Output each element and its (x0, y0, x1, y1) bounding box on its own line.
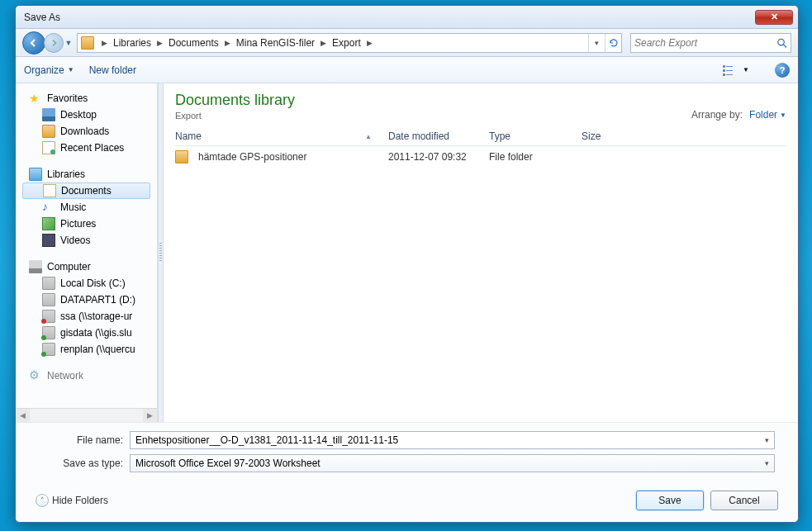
filename-history-dropdown[interactable]: ▾ (760, 433, 773, 448)
new-folder-button[interactable]: New folder (89, 64, 136, 76)
file-row[interactable]: hämtade GPS-positioner 2011-12-07 09:32 … (175, 146, 786, 168)
filename-label: File name: (39, 434, 130, 446)
favorites-group: ★ Favorites Desktop Downloads Recent Pla… (22, 90, 157, 156)
network-drive-icon (42, 310, 55, 323)
address-bar[interactable]: ▶ Libraries ▶ Documents ▶ Mina RenGIS-fi… (77, 33, 622, 53)
recent-locations-dropdown[interactable]: ▼ (64, 35, 74, 51)
sidebar-item-netdrive-ssa[interactable]: ssa (\\storage-ur (22, 308, 157, 325)
sidebar-item-recent-places[interactable]: Recent Places (22, 140, 157, 156)
breadcrumb-item[interactable]: Libraries (112, 37, 153, 49)
pane-splitter[interactable] (158, 83, 164, 422)
back-button[interactable] (22, 31, 45, 55)
arrange-by-label: Arrange by: (691, 109, 743, 121)
network-drive-icon (42, 343, 55, 356)
save-button[interactable]: Save (636, 491, 704, 510)
savetype-dropdown-button[interactable]: ▾ (760, 456, 773, 471)
sidebar-item-libraries[interactable]: Libraries (22, 166, 157, 183)
sidebar-item-videos[interactable]: Videos (22, 232, 157, 249)
breadcrumb-item[interactable]: Documents (167, 37, 221, 49)
sidebar-item-network[interactable]: ⚙ Network (22, 367, 157, 384)
hide-folders-button[interactable]: ˄ Hide Folders (36, 494, 108, 507)
nav-history-buttons: ▼ (22, 31, 74, 55)
column-label: Size (582, 130, 601, 142)
svg-rect-6 (723, 73, 725, 76)
pictures-icon (42, 217, 55, 230)
sidebar-item-computer[interactable]: Computer (22, 258, 157, 275)
chevron-down-icon: ▼ (68, 66, 74, 73)
savetype-label: Save as type: (39, 458, 130, 469)
sidebar-item-desktop[interactable]: Desktop (22, 107, 157, 123)
savetype-combo[interactable] (130, 454, 775, 472)
search-input[interactable] (634, 37, 776, 49)
column-header-name[interactable]: Name ▲ (175, 130, 388, 142)
nav-bar: ▼ ▶ Libraries ▶ Documents ▶ Mina RenGIS-… (16, 29, 798, 57)
sidebar-item-drive-d[interactable]: DATAPART1 (D:) (22, 292, 157, 308)
sidebar-label: renplan (\\quercu (60, 344, 135, 355)
sidebar-horizontal-scrollbar[interactable]: ◀ ▶ (16, 408, 157, 422)
computer-group: Computer Local Disk (C:) DATAPART1 (D:) … (22, 258, 157, 358)
arrange-by-value: Folder (749, 109, 777, 121)
close-button[interactable]: ✕ (755, 10, 793, 25)
library-title: Documents library (175, 92, 295, 109)
sidebar-label: Favorites (47, 92, 88, 104)
sidebar-item-music[interactable]: ♪ Music (22, 199, 157, 216)
sidebar-label: Desktop (60, 109, 97, 121)
scroll-right-button[interactable]: ▶ (143, 409, 157, 422)
column-header-date[interactable]: Date modified (388, 130, 489, 142)
sidebar-label: gisdata (\\gis.slu (60, 327, 132, 339)
titlebar: Save As ✕ (16, 6, 798, 29)
breadcrumb-chevron[interactable]: ▶ (316, 39, 330, 47)
svg-line-1 (783, 44, 786, 47)
sidebar-item-downloads[interactable]: Downloads (22, 123, 157, 140)
sidebar-label: Documents (61, 185, 112, 197)
organize-label: Organize (24, 64, 64, 76)
help-button[interactable]: ? (775, 63, 790, 78)
file-list[interactable]: hämtade GPS-positioner 2011-12-07 09:32 … (175, 146, 786, 419)
navigation-pane: ★ Favorites Desktop Downloads Recent Pla… (16, 83, 158, 422)
sidebar-item-pictures[interactable]: Pictures (22, 216, 157, 232)
forward-button[interactable] (44, 33, 64, 53)
folder-icon (175, 150, 188, 164)
change-view-button[interactable]: ▼ (718, 61, 753, 79)
breadcrumb-chevron[interactable]: ▶ (153, 39, 167, 47)
cancel-button[interactable]: Cancel (710, 491, 778, 510)
column-header-size[interactable]: Size (582, 130, 656, 142)
breadcrumb-item[interactable]: Mina RenGIS-filer (235, 37, 316, 49)
sidebar-label: Local Disk (C:) (60, 277, 126, 289)
sidebar-item-documents[interactable]: Documents (22, 183, 150, 199)
column-header-type[interactable]: Type (489, 130, 582, 142)
sidebar-item-favorites[interactable]: ★ Favorites (22, 90, 157, 107)
search-icon (776, 37, 787, 49)
recent-places-icon (42, 141, 55, 154)
arrange-by-dropdown[interactable]: Folder ▼ (749, 109, 786, 121)
breadcrumb-item[interactable]: Export (330, 37, 363, 49)
sort-ascending-icon: ▲ (365, 133, 372, 140)
sidebar-item-netdrive-gisdata[interactable]: gisdata (\\gis.slu (22, 325, 157, 341)
scroll-left-button[interactable]: ◀ (16, 409, 30, 422)
disk-icon (42, 293, 55, 306)
network-drive-icon (42, 326, 55, 339)
sidebar-label: DATAPART1 (D:) (60, 294, 135, 306)
help-icon: ? (780, 65, 786, 75)
sidebar-item-drive-c[interactable]: Local Disk (C:) (22, 275, 157, 292)
scroll-track[interactable] (30, 409, 143, 422)
breadcrumb-root-chevron[interactable]: ▶ (97, 39, 112, 47)
organize-button[interactable]: Organize ▼ (24, 64, 74, 76)
chevron-up-icon: ˄ (36, 494, 49, 507)
library-header: Documents library Export Arrange by: Fol… (175, 92, 786, 121)
refresh-icon (609, 38, 619, 48)
videos-icon (42, 234, 55, 247)
breadcrumb-chevron[interactable]: ▶ (363, 39, 377, 47)
desktop-icon (42, 108, 55, 121)
network-group: ⚙ Network (22, 367, 157, 384)
previous-locations-button[interactable]: ▾ (588, 34, 605, 52)
sidebar-item-netdrive-renplan[interactable]: renplan (\\quercu (22, 341, 157, 358)
refresh-button[interactable] (605, 34, 621, 52)
sidebar-label: Recent Places (60, 142, 124, 154)
sidebar-label: Network (47, 370, 83, 382)
filename-input[interactable] (130, 431, 775, 449)
breadcrumb-chevron[interactable]: ▶ (221, 39, 235, 47)
search-box[interactable] (630, 33, 791, 53)
file-list-pane: Documents library Export Arrange by: Fol… (164, 83, 798, 422)
column-headers: Name ▲ Date modified Type Size (175, 127, 786, 146)
